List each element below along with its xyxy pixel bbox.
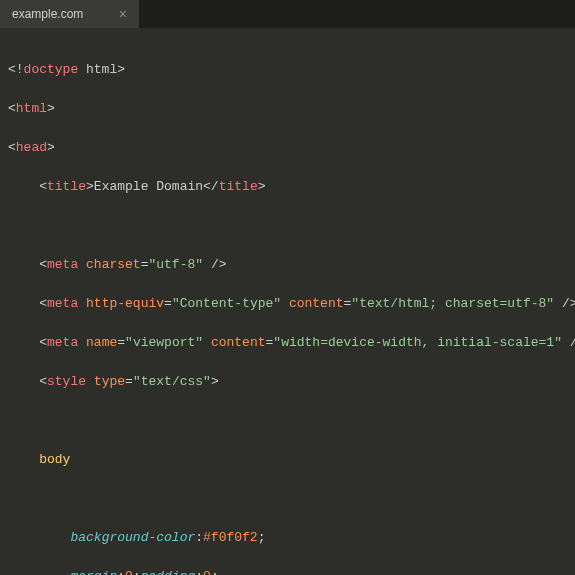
code-line: <html> <box>8 99 567 119</box>
tab-title: example.com <box>12 7 83 21</box>
code-line: <title>Example Domain</title> <box>8 177 567 197</box>
close-icon[interactable]: × <box>119 7 127 21</box>
code-line: <meta http-equiv="Content-type" content=… <box>8 294 567 314</box>
code-line: <!doctype html> <box>8 60 567 80</box>
code-line: <head> <box>8 138 567 158</box>
code-line: margin:0;padding:0; <box>8 567 567 576</box>
code-line: <meta charset="utf-8" /> <box>8 255 567 275</box>
code-line <box>8 411 567 431</box>
code-line: body <box>8 450 567 470</box>
code-line: background-color:#f0f0f2; <box>8 528 567 548</box>
code-line <box>8 216 567 236</box>
code-editor[interactable]: <!doctype html> <html> <head> <title>Exa… <box>0 28 575 575</box>
tab-bar: example.com × <box>0 0 575 28</box>
tab-example[interactable]: example.com × <box>0 0 140 28</box>
code-line: <style type="text/css"> <box>8 372 567 392</box>
code-line <box>8 489 567 509</box>
code-line: <meta name="viewport" content="width=dev… <box>8 333 567 353</box>
